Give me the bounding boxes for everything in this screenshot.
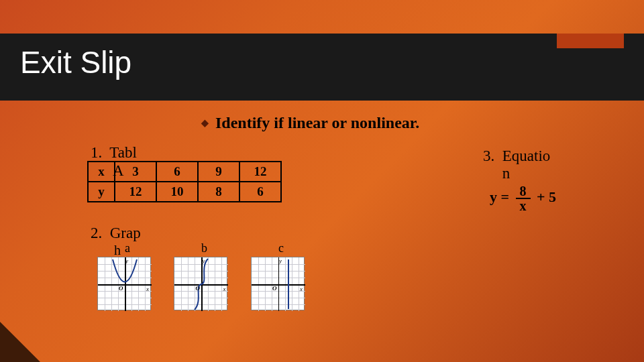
- equation-fraction: 8 x: [516, 184, 531, 213]
- q3-label-text: Equatio: [502, 147, 551, 164]
- graph-label: b: [180, 241, 227, 255]
- cell: 6: [239, 182, 281, 202]
- corner-accent-icon: [0, 322, 40, 362]
- graph-label: c: [258, 241, 305, 255]
- table-row: y 12 10 8 6: [88, 182, 281, 202]
- bullet-icon: ◆: [201, 118, 209, 128]
- equation-lhs: y =: [490, 188, 509, 205]
- mini-graph-a: yxO: [97, 257, 151, 310]
- graph-c: c yxO: [251, 241, 305, 310]
- table-row: x 3 6 9 12: [88, 162, 281, 182]
- q1-heading: 1. Tabl: [91, 144, 137, 162]
- q1-number: 1.: [91, 144, 102, 161]
- row-header: y: [88, 182, 115, 202]
- equation-denominator: x: [516, 199, 531, 213]
- cell: 8: [198, 182, 239, 202]
- cell: 6: [156, 162, 198, 182]
- equation-tail: + 5: [537, 188, 556, 205]
- q3-heading: 3. Equatio n: [483, 147, 604, 182]
- xy-table: x 3 6 9 12 y 12 10 8 6: [87, 161, 282, 202]
- data-table: x 3 6 9 12 y 12 10 8 6: [87, 161, 282, 202]
- graph-b: b yxO: [174, 241, 227, 310]
- graph-row: a yxO b yxO: [97, 241, 325, 310]
- instruction-text: Identify if linear or nonlinear.: [215, 114, 419, 131]
- cell: 12: [239, 162, 281, 182]
- q3-sublabel: n: [502, 165, 511, 182]
- equation: y = 8 x + 5: [490, 184, 610, 213]
- page-title: Exit Slip: [20, 44, 131, 80]
- row-header: x: [88, 162, 115, 182]
- vertical-line-icon: [252, 257, 305, 311]
- cell: 10: [156, 182, 198, 202]
- slide: Exit Slip ◆Identify if linear or nonline…: [0, 0, 644, 362]
- cell: 12: [115, 182, 156, 202]
- equation-numerator: 8: [516, 184, 531, 199]
- cell: 9: [198, 162, 239, 182]
- parabola-icon: [98, 257, 152, 311]
- q2-label-text: Grap: [110, 225, 141, 241]
- graph-label: a: [104, 241, 151, 255]
- content-area: ◆Identify if linear or nonlinear. 1. Tab…: [0, 107, 644, 362]
- cubic-icon: [174, 257, 228, 311]
- mini-graph-c: yxO: [251, 257, 305, 310]
- cell: 3: [115, 162, 156, 182]
- q2-heading: 2. Grap: [91, 225, 141, 242]
- q1-label-text: Tabl: [109, 144, 137, 161]
- instruction-line: ◆Identify if linear or nonlinear.: [201, 114, 419, 132]
- graph-a: a yxO: [97, 241, 151, 310]
- q3-number: 3.: [483, 147, 494, 164]
- accent-strip: [557, 34, 624, 48]
- mini-graph-b: yxO: [174, 257, 227, 310]
- q2-number: 2.: [91, 225, 102, 241]
